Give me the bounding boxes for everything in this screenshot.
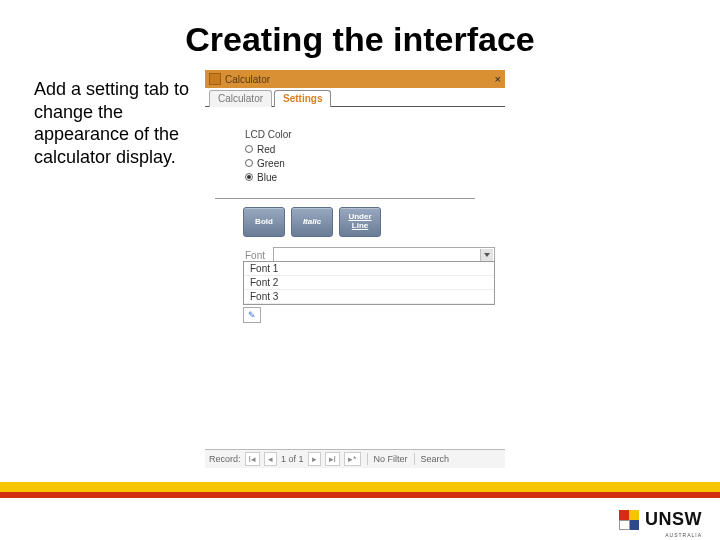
chevron-down-icon — [480, 249, 493, 261]
radio-icon — [245, 145, 253, 153]
footer-accent-gold — [0, 482, 720, 492]
font-option[interactable]: Font 3 — [244, 290, 494, 304]
close-icon[interactable]: × — [495, 73, 501, 85]
font-dropdown-list: Font 1 Font 2 Font 3 — [243, 261, 495, 305]
nav-last-button[interactable]: ▸I — [325, 452, 341, 466]
radio-green[interactable]: Green — [245, 156, 495, 170]
divider — [215, 198, 475, 199]
slide-title: Creating the interface — [0, 20, 720, 59]
brand-logo: UNSW AUSTRALIA — [619, 509, 702, 530]
app-title: Calculator — [225, 74, 495, 85]
tab-strip: Calculator Settings — [205, 88, 505, 107]
italic-button[interactable]: Italic — [291, 207, 333, 237]
form-icon — [209, 73, 221, 85]
font-label: Font — [245, 250, 273, 261]
app-window: Calculator × Calculator Settings LCD Col… — [205, 70, 505, 468]
radio-label: Green — [257, 158, 285, 169]
crest-icon — [619, 510, 639, 530]
nav-first-button[interactable]: I◂ — [245, 452, 261, 466]
status-bar: Record: I◂ ◂ 1 of 1 ▸ ▸I ▸* No Filter Se… — [205, 449, 505, 468]
search-field[interactable]: Search — [421, 454, 450, 464]
font-option[interactable]: Font 1 — [244, 262, 494, 276]
edit-icon[interactable]: ✎ — [243, 307, 261, 323]
radio-label: Red — [257, 144, 275, 155]
radio-red[interactable]: Red — [245, 142, 495, 156]
tab-calculator[interactable]: Calculator — [209, 90, 272, 107]
nav-prev-button[interactable]: ◂ — [264, 452, 277, 466]
settings-panel: LCD Color Red Green Blue Bold Italic Und… — [205, 107, 505, 417]
nav-new-button[interactable]: ▸* — [344, 452, 361, 466]
radio-blue[interactable]: Blue — [245, 170, 495, 184]
record-label: Record: — [209, 454, 241, 464]
separator — [414, 453, 415, 465]
nav-next-button[interactable]: ▸ — [308, 452, 321, 466]
record-position: 1 of 1 — [281, 454, 304, 464]
filter-status[interactable]: No Filter — [374, 454, 408, 464]
brand-subtext: AUSTRALIA — [665, 532, 702, 538]
color-group-label: LCD Color — [245, 129, 495, 140]
radio-icon — [245, 159, 253, 167]
app-titlebar: Calculator × — [205, 70, 505, 88]
footer-accent-red — [0, 492, 720, 498]
radio-icon — [245, 173, 253, 181]
radio-label: Blue — [257, 172, 277, 183]
brand-name: UNSW AUSTRALIA — [645, 509, 702, 530]
slide-body-text: Add a setting tab to change the appearan… — [34, 78, 199, 168]
underline-button[interactable]: Under Line — [339, 207, 381, 237]
separator — [367, 453, 368, 465]
tab-settings[interactable]: Settings — [274, 90, 331, 107]
bold-button[interactable]: Bold — [243, 207, 285, 237]
font-option[interactable]: Font 2 — [244, 276, 494, 290]
